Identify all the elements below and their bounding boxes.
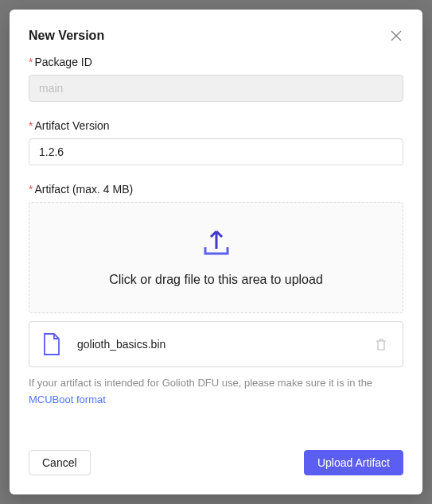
hint-prefix: If your artifact is intended for Golioth… [29,377,372,389]
modal-header: New Version [29,29,403,43]
file-icon [42,333,61,355]
upload-icon [200,228,232,260]
package-id-group: *Package ID [29,56,403,102]
mcuboot-format-link[interactable]: MCUBoot format [29,394,106,405]
required-asterisk: * [29,56,33,68]
trash-icon [376,341,387,353]
artifact-label-text: Artifact (max. 4 MB) [34,183,133,196]
file-name: golioth_basics.bin [77,338,372,351]
close-button[interactable] [389,29,403,43]
package-id-label: *Package ID [29,56,403,68]
uploaded-file-item: golioth_basics.bin [29,321,403,367]
hint-text: If your artifact is intended for Golioth… [29,375,403,409]
artifact-label: *Artifact (max. 4 MB) [29,183,403,196]
new-version-modal: New Version *Package ID *Artifact Versio… [10,10,422,494]
required-asterisk: * [29,119,33,132]
cancel-button[interactable]: Cancel [29,450,91,475]
artifact-version-input[interactable] [29,138,403,165]
upload-dropzone[interactable]: Click or drag file to this area to uploa… [29,202,403,313]
upload-artifact-button[interactable]: Upload Artifact [304,450,403,475]
artifact-version-group: *Artifact Version [29,119,403,165]
artifact-version-label-text: Artifact Version [34,119,109,132]
required-asterisk: * [29,183,33,196]
close-icon [391,32,402,44]
modal-title: New Version [29,29,104,43]
artifact-version-label: *Artifact Version [29,119,403,132]
modal-footer: Cancel Upload Artifact [29,434,403,475]
artifact-group: *Artifact (max. 4 MB) Click or drag file… [29,183,403,409]
upload-text: Click or drag file to this area to uploa… [42,273,390,287]
delete-file-button[interactable] [372,335,390,354]
package-id-label-text: Package ID [34,56,91,68]
package-id-input [29,75,403,102]
